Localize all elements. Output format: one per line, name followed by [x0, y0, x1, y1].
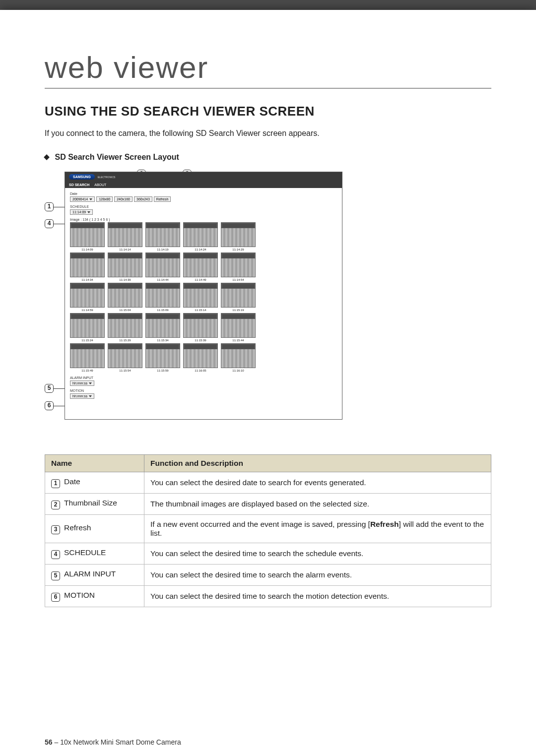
thumbnail-item[interactable]: 11:15:14	[183, 283, 218, 312]
table-desc-cell: You can select the desired time to searc…	[144, 586, 491, 607]
thumbnail-image	[221, 222, 256, 247]
row-number-badge: 6	[51, 593, 60, 602]
menu-about[interactable]: ABOUT	[94, 183, 106, 187]
alarm-time-select[interactable]: hh:mm:ss	[70, 380, 94, 386]
page-footer: 56 – 10x Network Mini Smart Dome Camera	[45, 738, 181, 746]
thumbnail-timestamp: 11:15:24	[70, 338, 105, 342]
subheading-text: SD Search Viewer Screen Layout	[55, 153, 179, 161]
thumbnail-timestamp: 11:14:59	[70, 308, 105, 312]
table-desc-cell: You can select the desired date to searc…	[144, 472, 491, 494]
brand-logo: SAMSUNG	[69, 174, 95, 180]
chevron-down-icon	[89, 395, 92, 397]
thumbnail-timestamp: 11:14:54	[221, 277, 256, 281]
thumbnail-item[interactable]: 11:14:49	[183, 252, 218, 281]
screenshot-wrapper: 1 2 3 4 5 6 SAMSUNG ELECTRONICS SD SEARC…	[65, 172, 491, 420]
footer-page-number: 56	[45, 738, 53, 746]
thumbnail-image	[70, 252, 105, 277]
thumbnail-image	[183, 252, 218, 277]
schedule-time-select[interactable]: 11:14:09	[70, 209, 93, 215]
thumbnail-item[interactable]: 11:15:59	[145, 343, 180, 372]
thumbnail-image	[183, 222, 218, 247]
thumbnail-item[interactable]: 11:15:49	[70, 343, 105, 372]
thumbnail-image	[145, 343, 180, 368]
thumbnail-item[interactable]: 11:14:59	[70, 283, 105, 312]
thumbnail-image	[70, 313, 105, 338]
thumbnail-image	[70, 343, 105, 368]
thumbnail-item[interactable]: 11:14:19	[145, 222, 180, 251]
thumbnail-item[interactable]: 11:14:54	[221, 252, 256, 281]
thumbnail-image	[221, 283, 256, 308]
table-row: 1DateYou can select the desired date to …	[45, 472, 491, 494]
motion-label: MOTION	[70, 389, 337, 392]
row-name-label: MOTION	[64, 591, 95, 599]
table-desc-cell: If a new event occurred and the event im…	[144, 515, 491, 543]
table-row: 4SCHEDULEYou can select the desired time…	[45, 543, 491, 565]
app-screenshot: SAMSUNG ELECTRONICS SD SEARCH ABOUT Date…	[65, 172, 342, 420]
thumb-size-360[interactable]: 360x243	[134, 196, 152, 202]
thumbnail-item[interactable]: 11:16:05	[183, 343, 218, 372]
thumbnail-timestamp: 11:15:49	[70, 368, 105, 372]
thumbnail-timestamp: 11:15:04	[108, 308, 142, 312]
manual-page: web viewer USING THE SD SEARCH VIEWER SC…	[0, 10, 536, 756]
table-name-cell: 2Thumbnail Size	[45, 494, 144, 515]
section-title: USING THE SD SEARCH VIEWER SCREEN	[45, 104, 491, 119]
row-number-badge: 3	[51, 525, 60, 534]
thumbnail-item[interactable]: 11:14:39	[108, 252, 142, 281]
thumbnail-item[interactable]: 11:14:34	[70, 252, 105, 281]
thumbnail-item[interactable]: 11:15:39	[183, 313, 218, 342]
table-desc-cell: You can select the desired time to searc…	[144, 543, 491, 565]
thumbnail-image	[108, 313, 142, 338]
alarm-label: ALARM INPUT	[70, 376, 337, 379]
row-number-badge: 4	[51, 550, 60, 559]
thumbnail-image	[183, 343, 218, 368]
thumbnail-timestamp: 11:14:09	[70, 247, 105, 251]
thumbnail-item[interactable]: 11:15:04	[108, 283, 142, 312]
thumbnail-item[interactable]: 11:15:54	[108, 343, 142, 372]
thumbnail-image	[145, 283, 180, 308]
thumbnail-item[interactable]: 11:14:14	[108, 222, 142, 251]
thumbnail-item[interactable]: 11:14:29	[221, 222, 256, 251]
table-name-cell: 3Refresh	[45, 515, 144, 543]
thumbnail-item[interactable]: 11:14:09	[70, 222, 105, 251]
thumbnail-timestamp: 11:15:09	[145, 308, 180, 312]
menu-sd-search[interactable]: SD SEARCH	[69, 183, 89, 187]
motion-time-select[interactable]: hh:mm:ss	[70, 393, 94, 399]
thumbnail-timestamp: 11:14:24	[183, 247, 218, 251]
page-header: web viewer	[45, 50, 491, 89]
table-name-cell: 6MOTION	[45, 586, 144, 607]
thumb-size-240[interactable]: 240x160	[114, 196, 133, 202]
thumbnail-item[interactable]: 11:14:44	[145, 252, 180, 281]
refresh-button[interactable]: Refresh	[154, 196, 171, 202]
table-row: 5ALARM INPUTYou can select the desired t…	[45, 565, 491, 586]
thumbnail-image	[70, 283, 105, 308]
thumbnail-item[interactable]: 11:15:09	[145, 283, 180, 312]
date-select[interactable]: 20090414	[70, 196, 95, 202]
thumbnail-timestamp: 11:15:44	[221, 338, 256, 342]
callout-4: 4	[45, 219, 54, 228]
thumbnail-timestamp: 11:15:59	[145, 368, 180, 372]
table-row: 6MOTIONYou can select the desired time t…	[45, 586, 491, 607]
thumbnail-timestamp: 11:15:19	[221, 308, 256, 312]
thumbnail-item[interactable]: 11:15:19	[221, 283, 256, 312]
thumbnail-item[interactable]: 11:15:29	[108, 313, 142, 342]
chevron-down-icon	[89, 382, 92, 384]
callout-5: 5	[45, 384, 54, 393]
table-row: 2Thumbnail SizeThe thumbnail images are …	[45, 494, 491, 515]
thumbnail-item[interactable]: 11:15:24	[70, 313, 105, 342]
thumbnail-image	[221, 313, 256, 338]
thumbnail-item[interactable]: 11:16:10	[221, 343, 256, 372]
thumbnail-image	[221, 252, 256, 277]
table-head-desc: Function and Description	[144, 455, 491, 472]
motion-time-value: hh:mm:ss	[72, 394, 87, 398]
thumbnail-item[interactable]: 11:15:44	[221, 313, 256, 342]
thumb-size-128[interactable]: 128x80	[96, 196, 113, 202]
footer-text: 10x Network Mini Smart Dome Camera	[60, 738, 181, 746]
row-number-badge: 5	[51, 571, 60, 580]
table-desc-cell: You can select the desired time to searc…	[144, 565, 491, 586]
row-name-label: SCHEDULE	[64, 548, 106, 557]
thumbnail-timestamp: 11:14:34	[70, 277, 105, 281]
app-body: Date 20090414 128x80 240x160 360x243 Ref…	[65, 188, 342, 406]
thumbnail-item[interactable]: 11:14:24	[183, 222, 218, 251]
thumbnail-item[interactable]: 11:15:34	[145, 313, 180, 342]
thumbnail-image	[183, 313, 218, 338]
